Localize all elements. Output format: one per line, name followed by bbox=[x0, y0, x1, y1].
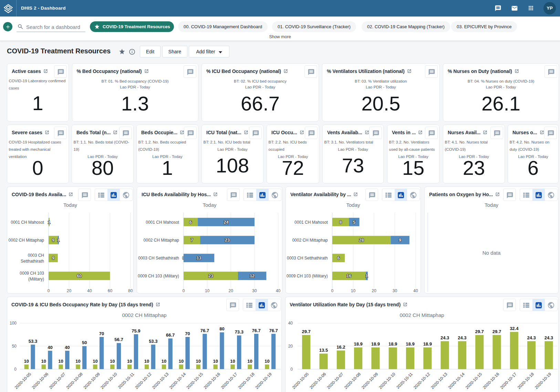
svg-text:2020-10-11: 2020-10-11 bbox=[117, 371, 135, 390]
svg-text:0002 CH Mittaphap: 0002 CH Mittaphap bbox=[292, 238, 328, 243]
svg-text:12: 12 bbox=[250, 274, 255, 278]
svg-text:100: 100 bbox=[10, 321, 17, 326]
svg-text:10: 10 bbox=[162, 359, 166, 364]
svg-text:75.9: 75.9 bbox=[132, 328, 140, 333]
svg-text:0: 0 bbox=[290, 367, 293, 372]
svg-text:0: 0 bbox=[14, 367, 17, 372]
svg-text:10: 10 bbox=[93, 359, 97, 364]
svg-text:24.3: 24.3 bbox=[527, 335, 536, 340]
svg-text:0003 CH: 0003 CH bbox=[28, 253, 44, 258]
svg-text:53.3: 53.3 bbox=[149, 339, 157, 344]
svg-text:18.9: 18.9 bbox=[388, 341, 397, 347]
svg-text:80: 80 bbox=[219, 326, 224, 331]
svg-text:2020-10-06: 2020-10-06 bbox=[31, 371, 50, 390]
svg-text:0001 CH Mahosot: 0001 CH Mahosot bbox=[146, 220, 179, 225]
svg-text:30: 30 bbox=[252, 288, 257, 293]
svg-text:2020-10-12: 2020-10-12 bbox=[134, 371, 153, 390]
svg-text:24: 24 bbox=[224, 220, 229, 225]
svg-text:1: 1 bbox=[48, 220, 50, 225]
svg-text:10: 10 bbox=[265, 359, 269, 364]
svg-text:40: 40 bbox=[288, 321, 293, 326]
svg-text:7: 7 bbox=[191, 238, 193, 243]
svg-text:40: 40 bbox=[413, 288, 418, 293]
svg-text:20: 20 bbox=[372, 288, 376, 293]
svg-text:30: 30 bbox=[393, 288, 397, 293]
svg-text:40: 40 bbox=[48, 345, 52, 350]
svg-text:50: 50 bbox=[12, 344, 17, 349]
svg-text:10: 10 bbox=[144, 359, 149, 364]
svg-text:60: 60 bbox=[77, 274, 82, 278]
svg-text:9: 9 bbox=[52, 256, 54, 261]
svg-text:2020-10-14: 2020-10-14 bbox=[447, 371, 466, 390]
svg-text:10: 10 bbox=[179, 359, 184, 364]
svg-text:70: 70 bbox=[185, 331, 190, 336]
svg-text:1: 1 bbox=[57, 238, 60, 243]
svg-text:16.2: 16.2 bbox=[336, 345, 345, 350]
svg-text:24.3: 24.3 bbox=[545, 335, 553, 340]
svg-text:13: 13 bbox=[197, 256, 201, 261]
svg-text:50: 50 bbox=[82, 340, 87, 345]
svg-text:24.3: 24.3 bbox=[458, 335, 466, 340]
svg-text:10: 10 bbox=[213, 359, 218, 364]
svg-text:70: 70 bbox=[99, 331, 104, 336]
svg-text:13.5: 13.5 bbox=[319, 348, 328, 353]
svg-text:18.9: 18.9 bbox=[406, 341, 414, 347]
svg-text:10: 10 bbox=[41, 359, 46, 364]
svg-text:56.7: 56.7 bbox=[114, 337, 123, 342]
svg-text:0003 CH Setthathirath: 0003 CH Setthathirath bbox=[138, 256, 179, 261]
svg-text:10: 10 bbox=[58, 359, 63, 364]
svg-text:10: 10 bbox=[75, 359, 80, 364]
svg-text:2020-10-12: 2020-10-12 bbox=[413, 371, 431, 390]
svg-text:0: 0 bbox=[331, 288, 333, 293]
svg-text:1: 1 bbox=[365, 274, 368, 278]
svg-text:2020-10-10: 2020-10-10 bbox=[100, 371, 118, 390]
svg-text:2020-10-09: 2020-10-09 bbox=[361, 371, 379, 390]
svg-text:28: 28 bbox=[359, 238, 364, 243]
svg-text:2020-10-09: 2020-10-09 bbox=[82, 371, 101, 390]
svg-text:2020-10-05: 2020-10-05 bbox=[291, 371, 310, 390]
svg-text:2020-10-19: 2020-10-19 bbox=[534, 371, 552, 390]
svg-text:6: 6 bbox=[337, 256, 340, 261]
svg-text:76.7: 76.7 bbox=[269, 328, 278, 333]
svg-text:20: 20 bbox=[288, 344, 293, 349]
svg-text:18.9: 18.9 bbox=[354, 341, 362, 347]
svg-text:2020-10-06: 2020-10-06 bbox=[309, 371, 327, 390]
svg-text:23: 23 bbox=[208, 274, 213, 278]
svg-text:0009 CH 103 (Military): 0009 CH 103 (Military) bbox=[138, 274, 179, 278]
svg-text:0001 CH Mahosot: 0001 CH Mahosot bbox=[11, 220, 44, 225]
svg-text:10: 10 bbox=[205, 288, 210, 293]
svg-text:2020-10-05: 2020-10-05 bbox=[14, 371, 32, 390]
svg-text:0009 CH 103 (Military): 0009 CH 103 (Military) bbox=[287, 274, 328, 278]
svg-text:2020-10-17: 2020-10-17 bbox=[499, 371, 518, 390]
svg-text:0001 CH Mahosot: 0001 CH Mahosot bbox=[294, 220, 328, 225]
svg-text:2020-10-11: 2020-10-11 bbox=[395, 371, 414, 390]
svg-text:2020-10-14: 2020-10-14 bbox=[168, 371, 187, 390]
svg-text:76.7: 76.7 bbox=[252, 328, 261, 333]
svg-text:40: 40 bbox=[276, 288, 281, 293]
svg-text:29.7: 29.7 bbox=[492, 329, 501, 334]
svg-text:10: 10 bbox=[24, 359, 29, 364]
svg-text:5: 5 bbox=[353, 220, 355, 225]
svg-text:9: 9 bbox=[399, 238, 401, 243]
svg-text:2020-10-16: 2020-10-16 bbox=[203, 371, 221, 390]
svg-text:18.9: 18.9 bbox=[371, 341, 380, 347]
svg-text:66.7: 66.7 bbox=[166, 332, 175, 338]
svg-text:2020-10-15: 2020-10-15 bbox=[186, 371, 204, 390]
svg-text:2020-10-13: 2020-10-13 bbox=[151, 371, 170, 390]
svg-text:(Military): (Military) bbox=[28, 277, 44, 282]
svg-text:0009 CH 103: 0009 CH 103 bbox=[20, 271, 44, 276]
svg-text:0: 0 bbox=[48, 288, 50, 293]
svg-text:10: 10 bbox=[230, 359, 235, 364]
svg-text:0002 CH Mittaphap: 0002 CH Mittaphap bbox=[144, 238, 179, 243]
svg-text:10: 10 bbox=[110, 359, 115, 364]
svg-text:2020-10-16: 2020-10-16 bbox=[482, 371, 500, 390]
svg-text:2020-10-07: 2020-10-07 bbox=[48, 371, 67, 390]
svg-text:0: 0 bbox=[183, 288, 185, 293]
svg-text:2020-10-13: 2020-10-13 bbox=[430, 371, 448, 390]
svg-text:40: 40 bbox=[65, 345, 70, 350]
svg-text:53.3: 53.3 bbox=[29, 339, 37, 344]
svg-text:2020-10-18: 2020-10-18 bbox=[517, 371, 535, 390]
svg-text:73.3: 73.3 bbox=[235, 329, 243, 335]
svg-text:76.7: 76.7 bbox=[200, 328, 209, 333]
svg-text:29.7: 29.7 bbox=[302, 329, 311, 334]
